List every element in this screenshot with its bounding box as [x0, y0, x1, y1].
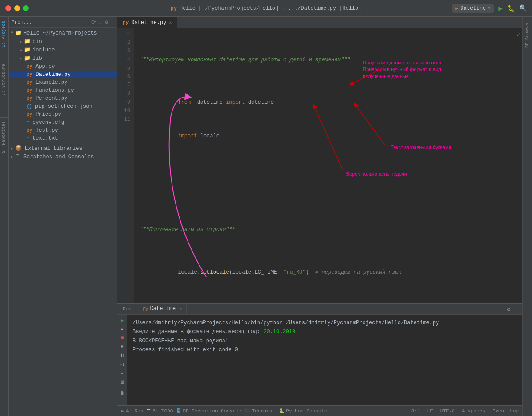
- status-run-tab[interactable]: ▶ 4: Run: [121, 408, 143, 414]
- wrap-lines-button[interactable]: ≡⤵: [119, 361, 126, 368]
- settings-icon[interactable]: ⚙: [105, 19, 108, 26]
- folder-icon: 📁: [24, 38, 31, 45]
- py-file-icon: py: [27, 64, 32, 69]
- tree-root[interactable]: ▼ 📁 Hello ~/PycharmProjects: [9, 29, 117, 37]
- tree-item-external[interactable]: ▶ 📦 External Libraries: [9, 144, 117, 153]
- code-line-3: import locale: [140, 124, 517, 132]
- tree-item-json[interactable]: {} pip-selfcheck.json: [9, 102, 117, 110]
- pause-button[interactable]: ⏸: [119, 352, 126, 359]
- status-encoding[interactable]: UTF-8: [440, 408, 455, 414]
- code-editor[interactable]: 1 2 3 4 5 6 7 8 9 10 11 """Импортируем к…: [117, 28, 522, 303]
- editor-tab-datetime[interactable]: py Datetime.py ✕: [117, 17, 177, 28]
- status-line-ending[interactable]: LF: [427, 408, 433, 414]
- root-label: Hello ~/PycharmProjects: [23, 30, 97, 36]
- soft-wrap-icon[interactable]: ↩: [119, 370, 126, 377]
- tree-item-label: pip-selfcheck.json: [35, 103, 93, 110]
- run-button[interactable]: ▶: [498, 4, 503, 13]
- right-sidebar-strip: DB Browser: [522, 17, 532, 416]
- project-panel: Proj... ⟳ ≡ ⚙ − ▼ 📁 Hello ~/PycharmProje…: [9, 17, 117, 416]
- tab-close-button[interactable]: ✕: [169, 20, 172, 25]
- bottom-panel-controls: ⚙ −: [507, 306, 520, 313]
- terminal-icon: ⬛: [245, 408, 250, 414]
- clear-button[interactable]: 🗑: [119, 389, 126, 396]
- tree-item-label: lib: [32, 55, 42, 62]
- maximize-button[interactable]: [23, 5, 29, 11]
- code-line-5: [140, 192, 517, 200]
- py-file-icon: py: [27, 88, 32, 93]
- tree-item-datetime[interactable]: py Datetime.py: [9, 71, 117, 78]
- py-file-icon: py: [27, 128, 32, 133]
- run-tab-close[interactable]: ✕: [179, 306, 182, 311]
- todo-icon: ☰: [147, 408, 151, 414]
- minimize-panel-icon[interactable]: −: [514, 306, 518, 313]
- print-button[interactable]: 🖶: [119, 379, 126, 386]
- code-line-4: [140, 158, 517, 166]
- debug-button[interactable]: 🐛: [507, 4, 515, 12]
- code-line-8: birthday = input('\nВведите данные в фор…: [140, 294, 517, 302]
- tree-item-percent[interactable]: py Percent.py: [9, 94, 117, 102]
- tree-item-label: Percent.py: [35, 95, 67, 102]
- editor-with-annotations: 1 2 3 4 5 6 7 8 9 10 11 """Импортируем к…: [117, 28, 522, 303]
- console-line-4: Process finished with exit code 0: [133, 345, 517, 354]
- scroll-up-button[interactable]: ▲: [119, 326, 126, 333]
- run-config-icon: ▶: [455, 6, 458, 11]
- status-terminal-tab[interactable]: ⬛ Terminal: [245, 408, 275, 414]
- sidebar-tab-structure[interactable]: 7: Structure: [0, 60, 8, 99]
- sync-icon[interactable]: ⟳: [91, 19, 96, 26]
- tree-item-txt[interactable]: ≡ text.txt: [9, 134, 117, 142]
- txt-file-icon: ≡: [27, 136, 29, 141]
- close-button[interactable]: [5, 5, 11, 11]
- tree-item-label: Functions.py: [35, 87, 74, 94]
- status-todo-tab[interactable]: ☰ 6: TODO: [147, 408, 173, 414]
- status-indent[interactable]: 4 spaces: [462, 408, 485, 414]
- datetime-run-icon: py: [142, 306, 148, 311]
- tree-item-functions[interactable]: py Functions.py: [9, 86, 117, 94]
- bottom-tab-datetime[interactable]: py Datetime ✕: [138, 304, 187, 314]
- titlebar-right: ▶ Datetime ▼ ▶ 🐛 🔍: [452, 4, 527, 13]
- run-controls: ▶ ▲ ■ ▼ ⏸ ≡⤵ ↩ 🖶 🗑: [117, 315, 127, 405]
- bottom-content: ▶ ▲ ■ ▼ ⏸ ≡⤵ ↩ 🖶 🗑 /Users/dmitriy/Pychar…: [117, 315, 522, 405]
- status-db-tab[interactable]: 🗄 DB Execution Console: [176, 408, 241, 414]
- file-tree: ▼ 📁 Hello ~/PycharmProjects ▶ 📁 bin ▶ 📁 …: [9, 28, 117, 416]
- filter-icon[interactable]: ≡: [99, 19, 102, 26]
- tree-item-cfg[interactable]: ≡ pyvenv.cfg: [9, 118, 117, 126]
- line-numbers: 1 2 3 4 5 6 7 8 9 10 11: [117, 28, 134, 303]
- run-config-selector[interactable]: ▶ Datetime ▼: [452, 4, 494, 13]
- tree-item-scratches[interactable]: ▶ 🗒 Scratches and Consoles: [9, 153, 117, 161]
- window-controls: [5, 5, 29, 11]
- tree-item-example[interactable]: py Example.py: [9, 78, 117, 86]
- tree-item-bin[interactable]: ▶ 📁 bin: [9, 37, 117, 46]
- window-title: py Hello [~/PycharmProjects/Hello] - ...…: [171, 5, 362, 12]
- py-file-icon: py: [27, 72, 32, 77]
- status-event-log[interactable]: Event Log: [493, 408, 519, 414]
- scroll-down-button[interactable]: ▼: [119, 343, 126, 350]
- code-content[interactable]: """Импортируем компонент datetime для ра…: [134, 28, 522, 303]
- tree-item-price[interactable]: py Price.py: [9, 110, 117, 118]
- stop-button[interactable]: ■: [119, 334, 126, 341]
- minimize-button[interactable]: [14, 5, 20, 11]
- annotation-bottom: Берем только день недели: [346, 170, 407, 178]
- json-file-icon: {}: [27, 104, 32, 109]
- tree-item-lib[interactable]: ▶ 📁 lib: [9, 54, 117, 63]
- code-line-2: from datetime import datetime: [140, 90, 517, 98]
- code-line-1: """Импортируем компонент datetime для ра…: [140, 56, 517, 64]
- sidebar-tab-favorites[interactable]: 2: Favorites: [0, 117, 8, 157]
- annotation-middle: Текст заглавными буквами: [391, 144, 451, 152]
- tree-item-test[interactable]: py Test.py: [9, 126, 117, 134]
- expand-arrow: ▶: [20, 56, 22, 61]
- titlebar: py Hello [~/PycharmProjects/Hello] - ...…: [0, 0, 532, 17]
- py-file-icon: py: [27, 80, 32, 85]
- tree-item-app[interactable]: py App.py: [9, 63, 117, 71]
- minimize-panel-icon[interactable]: −: [111, 19, 114, 26]
- sidebar-tab-project[interactable]: 1: Project: [0, 17, 8, 51]
- folder-icon: 📁: [24, 47, 31, 53]
- status-python-tab[interactable]: 🐍 Python Console: [279, 408, 327, 414]
- cfg-file-icon: ≡: [27, 120, 29, 125]
- tree-item-include[interactable]: ▶ 📁 include: [9, 46, 117, 54]
- rerun-button[interactable]: ▶: [119, 317, 126, 324]
- search-button[interactable]: 🔍: [519, 4, 527, 12]
- status-position[interactable]: 8:1: [411, 408, 420, 414]
- folder-icon: 📁: [24, 55, 31, 62]
- db-browser-icon[interactable]: DB Browser: [524, 19, 531, 51]
- settings-icon[interactable]: ⚙: [507, 306, 510, 313]
